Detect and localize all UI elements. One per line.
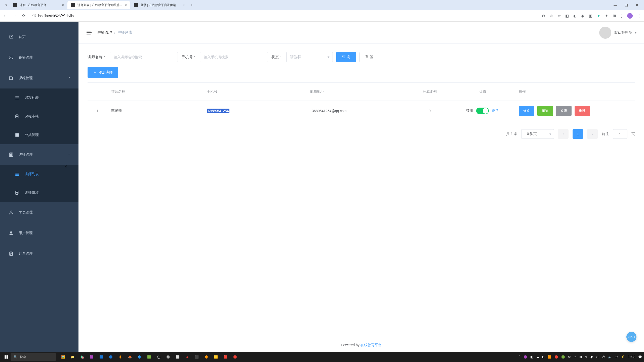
delete-button[interactable]: 删除 xyxy=(575,106,590,116)
tray-icon[interactable]: ˄ xyxy=(519,355,520,359)
back-icon[interactable]: ← xyxy=(3,14,7,18)
pin-icon[interactable]: 🔷 xyxy=(136,353,143,360)
preview-button[interactable]: 预览 xyxy=(537,106,553,116)
tray-icon[interactable]: 🟧 xyxy=(548,355,551,359)
pin-icon[interactable]: 🦊 xyxy=(126,353,133,360)
clock[interactable]: 21:38 xyxy=(628,355,635,359)
tray-icon[interactable]: 中 xyxy=(615,355,618,359)
tray-icon[interactable]: ⚙ xyxy=(568,355,571,359)
notification-icon[interactable]: 💬 xyxy=(638,355,642,359)
puzzle-icon[interactable]: ⊞ xyxy=(613,14,616,18)
pin-icon[interactable]: 🟥 xyxy=(222,353,229,360)
ext-icon[interactable]: ▼ xyxy=(597,14,600,18)
browser-tab[interactable]: 登录 | 在线教育平台讲师端 × xyxy=(130,1,188,9)
sidebar-item-teacher-mgmt[interactable]: 讲师管理 ⌄ xyxy=(0,144,78,165)
ext-icon[interactable]: ◧ xyxy=(565,14,569,18)
tray-icon[interactable]: ◐ xyxy=(590,355,593,359)
pin-icon[interactable]: 🔘 xyxy=(165,353,172,360)
close-window-icon[interactable]: ✕ xyxy=(635,3,638,7)
close-icon[interactable]: × xyxy=(125,3,127,7)
add-teacher-button[interactable]: ＋ 添加讲师 xyxy=(88,67,118,78)
sidebar-item-teacher-audit[interactable]: 讲师审核 xyxy=(0,184,78,202)
ext-icon[interactable]: ◐ xyxy=(573,14,577,18)
close-icon[interactable]: × xyxy=(62,3,64,7)
prev-page-button[interactable]: ‹ xyxy=(558,129,569,139)
tray-icon[interactable]: 🟢 xyxy=(561,355,565,359)
browser-tab[interactable]: 讲师列表 | 在线教育平台管理后… × xyxy=(67,1,130,9)
profile-avatar-icon[interactable] xyxy=(627,13,633,19)
maximize-icon[interactable]: ▢ xyxy=(625,3,628,7)
tray-icon[interactable]: ✦ xyxy=(574,355,576,359)
goto-input[interactable] xyxy=(613,129,627,139)
star-icon[interactable]: ☆ xyxy=(557,14,561,18)
pin-icon[interactable]: ⬜ xyxy=(174,353,181,360)
pin-icon[interactable]: ◯ xyxy=(155,353,162,360)
pin-icon[interactable]: 🟩 xyxy=(145,353,152,360)
sidebar-item-student-mgmt[interactable]: 学员管理 xyxy=(0,202,78,223)
float-badge[interactable]: 01:24 xyxy=(626,332,636,342)
footer-link[interactable]: 在线教育平台 xyxy=(360,343,382,347)
page-size-select[interactable]: 10条/页 xyxy=(521,129,554,139)
pin-icon[interactable]: 🟦 xyxy=(98,353,105,360)
taskbar-search[interactable]: 🔍 搜索 xyxy=(11,353,56,361)
phone-input[interactable] xyxy=(200,52,268,62)
sidebar-item-course-mgmt[interactable]: 课程管理 ⌄ xyxy=(0,68,78,88)
browser-tab[interactable]: 课程 | 在线教育平台 × xyxy=(10,1,67,9)
tray-icon[interactable]: ⚡ xyxy=(621,355,625,359)
tray-icon[interactable]: ☁ xyxy=(536,355,539,359)
page-number-button[interactable]: 1 xyxy=(573,129,583,139)
reload-icon[interactable]: ⟳ xyxy=(22,13,25,18)
pin-icon[interactable]: 🟪 xyxy=(88,353,95,360)
tray-icon[interactable]: 🟣 xyxy=(524,355,527,359)
pin-icon[interactable]: 🖼️ xyxy=(59,353,66,360)
tray-icon[interactable]: ◧ xyxy=(530,355,533,359)
ext-icon[interactable]: ◆ xyxy=(581,14,584,18)
new-tab-button[interactable]: ＋ xyxy=(188,2,195,9)
zoom-icon[interactable]: ⊕ xyxy=(550,14,553,18)
tray-icon[interactable]: 🔈 xyxy=(608,355,612,359)
link-icon[interactable]: ⊘ xyxy=(542,14,545,18)
breadcrumb-root[interactable]: 讲师管理 xyxy=(97,30,112,35)
reset-button[interactable]: 重 置 xyxy=(359,52,379,62)
edit-button[interactable]: 修改 xyxy=(519,106,534,116)
minimize-icon[interactable]: — xyxy=(614,3,617,7)
pin-icon[interactable]: 🛍️ xyxy=(78,353,86,360)
tray-icon[interactable]: ✎ xyxy=(585,355,587,359)
tab-dropdown-icon[interactable]: ▾ xyxy=(3,2,10,9)
hamburger-icon[interactable] xyxy=(86,30,92,36)
sidebar-item-home[interactable]: 首页 xyxy=(0,27,78,47)
panel-icon[interactable]: ▯ xyxy=(621,14,623,18)
tray-icon[interactable]: ⛨ xyxy=(596,355,599,359)
sidebar-item-course-list[interactable]: 课程列表 xyxy=(0,88,78,107)
sidebar-item-category-mgmt[interactable]: 分类管理 xyxy=(0,126,78,144)
user-menu[interactable]: 默认管理员 ▾ xyxy=(599,27,636,39)
search-button[interactable]: 查 询 xyxy=(336,52,356,62)
pin-icon[interactable]: 🟨 xyxy=(212,353,219,360)
ext-icon[interactable]: ▣ xyxy=(589,14,592,18)
pwd-button[interactable]: 改密 xyxy=(556,106,572,116)
pin-icon[interactable]: 🔵 xyxy=(107,353,114,360)
more-icon[interactable]: ⋮ xyxy=(637,14,641,18)
next-page-button[interactable]: › xyxy=(587,129,598,139)
tray-icon[interactable]: 〄 xyxy=(602,355,605,359)
tray-icon[interactable]: 🔴 xyxy=(554,355,558,359)
close-icon[interactable]: × xyxy=(183,3,185,7)
tray-icon[interactable]: ⊞ xyxy=(579,355,582,359)
pin-icon[interactable]: 🔺 xyxy=(184,353,191,360)
pin-icon[interactable]: ⬛ xyxy=(193,353,200,360)
pin-icon[interactable]: 🔶 xyxy=(203,353,210,360)
site-info-icon[interactable]: ⓘ xyxy=(32,14,36,18)
start-button[interactable] xyxy=(2,353,11,360)
status-select[interactable]: 请选择 xyxy=(286,52,333,62)
sidebar-item-course-audit[interactable]: 课程审核 xyxy=(0,107,78,126)
name-input[interactable] xyxy=(110,52,178,62)
sidebar-item-order-mgmt[interactable]: 订单管理 xyxy=(0,243,78,264)
sidebar-item-carousel[interactable]: 轮播管理 xyxy=(0,47,78,68)
url-box[interactable]: ⓘ localhost:9528/#/tch/list xyxy=(29,12,538,20)
pin-icon[interactable]: 📁 xyxy=(69,353,76,360)
tray-icon[interactable]: ⊡ xyxy=(542,355,545,359)
status-switch[interactable] xyxy=(476,108,489,114)
forward-icon[interactable]: → xyxy=(13,14,17,18)
pin-icon[interactable]: 🔴 xyxy=(231,353,238,360)
pin-icon[interactable]: ✴️ xyxy=(117,353,124,360)
